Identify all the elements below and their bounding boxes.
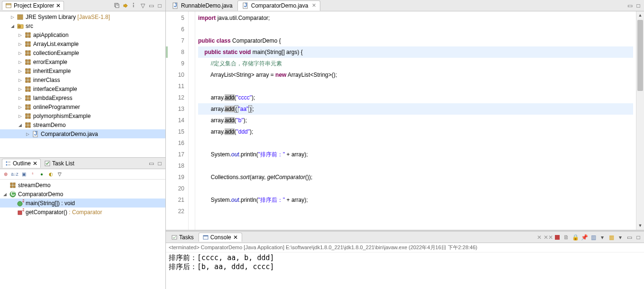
tree-node-apiapplication[interactable]: ▷apiApplication — [0, 30, 165, 39]
tree-node-arraylist-example[interactable]: ▷ArrayList.example — [0, 39, 165, 48]
hide-nonpublic-icon[interactable]: ● — [38, 171, 45, 178]
close-icon[interactable]: ✕ — [56, 2, 61, 9]
code-line[interactable] — [198, 206, 633, 217]
vertical-scrollbar[interactable]: ▲ ▼ — [636, 11, 644, 230]
fold-bar[interactable] — [189, 11, 195, 230]
remove-launch-icon[interactable]: ✕ — [535, 234, 543, 241]
maximize-icon[interactable]: □ — [635, 2, 642, 9]
link-editor-icon[interactable] — [122, 2, 129, 9]
clear-console-icon[interactable]: 🗎 — [562, 234, 570, 241]
tree-node-lambdaexpress[interactable]: ▷lambdaExpress — [0, 93, 165, 102]
expand-arrow-icon[interactable]: ▷ — [25, 131, 30, 137]
new-console-icon[interactable]: ▦ — [608, 234, 615, 241]
terminate-icon[interactable] — [553, 234, 561, 241]
minimize-icon[interactable]: ▭ — [626, 234, 633, 241]
sort-az-icon[interactable]: a↓z — [11, 171, 18, 178]
expand-arrow-icon[interactable]: ▷ — [17, 32, 23, 38]
maximize-icon[interactable]: □ — [635, 234, 642, 241]
expand-arrow-icon[interactable]: ▷ — [17, 95, 23, 101]
view-menu-icon[interactable]: ▽ — [139, 2, 146, 9]
tree-node-streamdemo[interactable]: ◢streamDemo — [0, 120, 165, 129]
tree-node-jre-system-library[interactable]: ▷JRE System Library [JavaSE-1.8] — [0, 12, 165, 21]
scroll-up-icon[interactable]: ▲ — [636, 11, 644, 19]
outline-tree[interactable]: streamDemo◢CComparatorDemoSmain(String[]… — [0, 180, 165, 289]
tree-node-interfaceexample[interactable]: ▷interfaceExample — [0, 84, 165, 93]
open-console-menu-icon[interactable]: ▾ — [599, 234, 606, 241]
outline-node[interactable]: ◢CComparatorDemo — [0, 190, 165, 199]
pin-console-icon[interactable]: 📌 — [581, 234, 588, 241]
remove-all-launches-icon[interactable]: ✕✕ — [544, 234, 552, 241]
code-line[interactable]: //定义集合，存储字符串元素 — [198, 58, 633, 69]
scroll-down-icon[interactable]: ▼ — [636, 222, 644, 230]
console-output[interactable]: 排序前：[cccc, aa, b, ddd] 排序后：[b, aa, ddd, … — [166, 253, 644, 289]
hide-fields-icon[interactable]: ▣ — [20, 171, 27, 178]
hide-static-icon[interactable]: ˢ — [29, 171, 36, 178]
tab-tasks[interactable]: Tasks — [168, 233, 198, 242]
tree-node-polymorphismexample[interactable]: ▷polymorphismExample — [0, 111, 165, 120]
expand-arrow-icon[interactable]: ▷ — [17, 86, 23, 92]
expand-arrow-icon[interactable]: ▷ — [17, 77, 23, 83]
code-line[interactable]: array.add("b"); — [198, 115, 633, 126]
tree-node-collectionexample[interactable]: ▷collectionExample — [0, 48, 165, 57]
expand-arrow-icon[interactable]: ▷ — [17, 68, 23, 74]
expand-arrow-icon[interactable] — [9, 200, 15, 206]
code-line[interactable]: ArrayList<String> array = new ArrayList<… — [198, 69, 633, 81]
maximize-icon[interactable]: □ — [156, 160, 163, 167]
code-line[interactable]: array.add("cccc"); — [198, 92, 633, 103]
collapse-all-icon[interactable] — [113, 2, 121, 9]
close-icon[interactable]: ✕ — [33, 160, 37, 167]
expand-arrow-icon[interactable]: ▷ — [9, 14, 15, 20]
code-line[interactable]: import java.util.Comparator; — [198, 12, 633, 24]
tree-node-src[interactable]: ◢src — [0, 21, 165, 30]
tab-task-list[interactable]: Task List — [42, 159, 77, 168]
minimize-icon[interactable]: ▭ — [626, 2, 634, 9]
expand-arrow-icon[interactable]: ▷ — [17, 50, 23, 56]
expand-arrow-icon[interactable]: ▷ — [17, 104, 23, 110]
maximize-icon[interactable]: □ — [156, 2, 163, 9]
code-line[interactable]: public class ComparatorDemo { — [198, 35, 633, 46]
display-console-icon[interactable]: ▥ — [590, 234, 597, 241]
outline-node[interactable]: Smain(String[]) : void — [0, 199, 165, 208]
tree-node-innerclass[interactable]: ▷innerClass — [0, 75, 165, 84]
code-line[interactable] — [198, 160, 633, 172]
code-line[interactable] — [198, 24, 633, 35]
code-line[interactable] — [198, 81, 633, 92]
scrollbar-thumb[interactable] — [637, 20, 643, 91]
code-line[interactable]: System.out.println("排序前：" + array); — [198, 149, 633, 160]
new-console-menu-icon[interactable]: ▾ — [617, 234, 624, 241]
code-line[interactable]: array.add("aa"); — [198, 103, 633, 115]
expand-arrow-icon[interactable]: ◢ — [9, 23, 15, 29]
outline-node[interactable]: SgetComparator() : Comparator — [0, 208, 165, 217]
filter-icon[interactable]: ⠇ — [130, 2, 138, 9]
close-icon[interactable]: ✕ — [312, 2, 316, 9]
scroll-lock-icon[interactable]: 🔒 — [571, 234, 579, 241]
tree-node-errorexample[interactable]: ▷errorExample — [0, 57, 165, 66]
expand-arrow-icon[interactable]: ◢ — [2, 191, 8, 197]
code-line[interactable] — [198, 137, 633, 149]
expand-arrow-icon[interactable] — [2, 182, 8, 188]
minimize-icon[interactable]: ▭ — [147, 2, 155, 9]
editor-tab-runnabledemo-java[interactable]: JRunnableDemo.java — [168, 0, 236, 11]
minimize-icon[interactable]: ▭ — [147, 160, 155, 167]
expand-arrow-icon[interactable]: ▷ — [17, 113, 23, 119]
expand-arrow-icon[interactable]: ▷ — [17, 59, 23, 65]
project-explorer-tab[interactable]: Project Explorer ✕ — [2, 1, 64, 10]
code-line[interactable]: System.out.println("排序后：" + array); — [198, 194, 633, 206]
close-icon[interactable]: ✕ — [233, 234, 238, 241]
expand-arrow-icon[interactable]: ▷ — [17, 41, 23, 47]
tree-node-onlineprogrammer[interactable]: ▷onlineProgrammer — [0, 102, 165, 111]
expand-arrow-icon[interactable] — [9, 209, 15, 215]
code-line[interactable] — [198, 183, 633, 194]
code-area[interactable]: 5678910111213141516171819202122 import j… — [166, 11, 644, 230]
tab-console[interactable]: Console ✕ — [199, 233, 242, 242]
focus-icon[interactable]: ⊕ — [2, 171, 9, 178]
view-menu-icon[interactable]: ▽ — [56, 171, 63, 178]
code-line[interactable]: Collections.sort(array, getComparator())… — [198, 172, 633, 183]
expand-arrow-icon[interactable]: ◢ — [17, 122, 23, 128]
tree-node-comparatordemo-java[interactable]: ▷JComparatorDemo.java — [0, 129, 165, 138]
editor-tab-comparatordemo-java[interactable]: JComparatorDemo.java✕ — [237, 0, 321, 11]
outline-node[interactable]: streamDemo — [0, 181, 165, 190]
code-body[interactable]: import java.util.Comparator; public clas… — [195, 11, 636, 230]
code-line[interactable]: public static void main(String[] args) { — [198, 46, 633, 58]
code-line[interactable]: array.add("ddd"); — [198, 126, 633, 137]
